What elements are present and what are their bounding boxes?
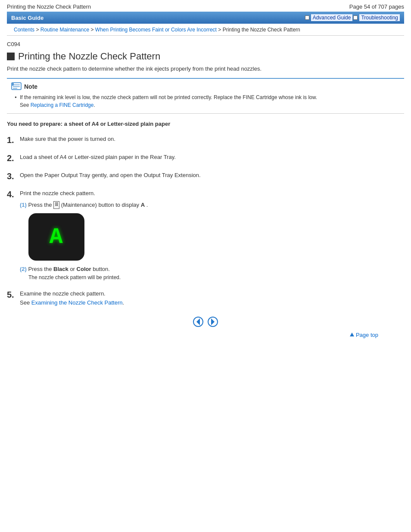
breadcrumb-current: Printing the Nozzle Check Pattern	[223, 27, 300, 33]
page-heading-text: Printing the Nozzle Check Pattern	[18, 51, 160, 62]
step-4-sub2-note: The nozzle check pattern will be printed…	[28, 274, 404, 282]
step-4-text: Print the nozzle check pattern.	[20, 190, 95, 196]
display-char: A	[49, 219, 63, 255]
sub1-text-post: (Maintenance) button to display	[61, 202, 141, 208]
breadcrumb-contents[interactable]: Contents	[14, 27, 34, 33]
note-item: If the remaining ink level is low, the n…	[15, 93, 400, 109]
title-icon	[7, 53, 15, 60]
page-top-container: Page top	[7, 332, 404, 338]
sub2-end: button.	[93, 266, 110, 272]
sub1-bold: A	[141, 202, 145, 208]
breadcrumb-sep2: >	[90, 27, 95, 33]
step-1-number: 1.	[7, 135, 16, 145]
step-4-content: Print the nozzle check pattern. (1) Pres…	[20, 189, 404, 282]
step-5-content: Examine the nozzle check pattern. See Ex…	[20, 289, 404, 308]
step-4-sub1: (1) Press the ⠿ (Maintenance) button to …	[20, 201, 404, 209]
page-top-label: Page top	[356, 332, 378, 338]
svg-rect-4	[11, 83, 14, 86]
breadcrumb-sep3: >	[218, 27, 222, 33]
troubleshooting-checkbox[interactable]	[353, 16, 358, 20]
sub1-text-end: .	[146, 202, 148, 208]
page-heading: Printing the Nozzle Check Pattern	[7, 51, 404, 62]
step-4-sub2: (2) Press the Black or Color button.	[20, 265, 404, 274]
breadcrumb: Contents > Routine Maintenance > When Pr…	[7, 24, 404, 36]
replacing-cartridge-link[interactable]: Replacing a FINE Cartridge	[31, 102, 94, 108]
display-image: A	[28, 213, 84, 261]
sub2-black: Black	[53, 266, 68, 272]
step-5-link-container: See Examining the Nozzle Check Pattern.	[20, 299, 124, 306]
page-info: Page 54 of 707 pages	[349, 3, 404, 10]
sub2-text-pre: Press the	[28, 266, 54, 272]
step-3-number: 3.	[7, 171, 16, 181]
basic-guide-label: Basic Guide	[11, 15, 44, 21]
advanced-guide-checkbox[interactable]	[305, 16, 309, 20]
svg-marker-9	[350, 333, 354, 336]
step-5-number: 5.	[7, 289, 16, 300]
step-4: 4. Print the nozzle check pattern. (1) P…	[7, 189, 404, 282]
main-content: C094 Printing the Nozzle Check Pattern P…	[0, 36, 411, 352]
troubleshooting-link[interactable]: Troubleshooting	[359, 14, 400, 21]
maintenance-icon: ⠿	[53, 201, 59, 209]
step-5-see: See	[20, 299, 30, 306]
step-2-number: 2.	[7, 153, 16, 163]
page-top-link[interactable]: Page top	[349, 332, 378, 338]
step-5: 5. Examine the nozzle check pattern. See…	[7, 289, 404, 308]
prepare-heading: You need to prepare: a sheet of A4 or Le…	[7, 121, 404, 127]
breadcrumb-sep1: >	[36, 27, 40, 33]
advanced-guide-link[interactable]: Advanced Guide	[311, 14, 353, 21]
step-1: 1. Make sure that the power is turned on…	[7, 135, 404, 145]
next-arrow[interactable]	[207, 316, 218, 327]
sub2-num: (2)	[20, 266, 27, 272]
step-4-number: 4.	[7, 189, 16, 199]
step-1-text: Make sure that the power is turned on.	[20, 135, 404, 144]
note-icon	[11, 82, 22, 91]
step-5-text: Examine the nozzle check pattern.	[20, 290, 106, 297]
step-2: 2. Load a sheet of A4 or Letter-sized pl…	[7, 153, 404, 163]
examining-link[interactable]: Examining the Nozzle Check Pattern	[31, 299, 123, 306]
subtitle: Print the nozzle check pattern to determ…	[7, 65, 404, 72]
sub1-text-pre: Press the	[28, 202, 52, 208]
step-3-text: Open the Paper Output Tray gently, and o…	[20, 171, 404, 180]
sub2-color: Color	[77, 266, 91, 272]
note-list: If the remaining ink level is low, the n…	[11, 93, 400, 109]
breadcrumb-when-printing[interactable]: When Printing Becomes Faint or Colors Ar…	[95, 27, 217, 33]
step-3: 3. Open the Paper Output Tray gently, an…	[7, 171, 404, 181]
page-top-icon	[349, 332, 355, 337]
nav-arrows	[7, 316, 404, 327]
code-id: C094	[7, 41, 404, 47]
note-heading: Note	[24, 83, 37, 90]
step-2-text: Load a sheet of A4 or Letter-sized plain…	[20, 153, 404, 162]
note-box: Note If the remaining ink level is low, …	[7, 78, 404, 114]
navigation-bar: Basic Guide Advanced Guide Troubleshooti…	[7, 12, 404, 24]
page-title-header: Printing the Nozzle Check Pattern	[7, 3, 91, 10]
sub2-or: or	[70, 266, 76, 272]
prev-arrow[interactable]	[193, 316, 204, 327]
svg-marker-7	[211, 318, 215, 325]
svg-marker-5	[196, 318, 200, 325]
breadcrumb-routine[interactable]: Routine Maintenance	[40, 27, 89, 33]
sub1-num: (1)	[20, 202, 27, 208]
